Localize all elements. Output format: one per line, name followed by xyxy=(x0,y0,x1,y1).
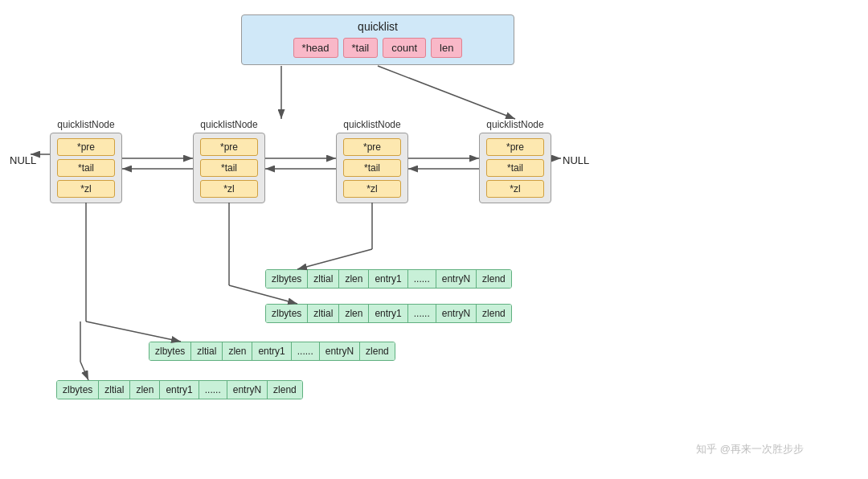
node-4-zl: *zl xyxy=(486,180,544,198)
node-1-pre: *pre xyxy=(57,138,115,156)
node-4: quicklistNode *pre *tail *zl xyxy=(479,119,551,203)
zl3-zltial: zltial xyxy=(191,342,223,360)
zl4-dots: ...... xyxy=(199,381,227,399)
node-4-pre: *pre xyxy=(486,138,544,156)
zl1-zlbytes: zlbytes xyxy=(266,270,308,288)
svg-line-17 xyxy=(86,321,181,342)
zl2-zlen: zlen xyxy=(339,305,369,322)
zl4-zlend: zlend xyxy=(268,381,302,399)
zl4-zlen: zlen xyxy=(130,381,160,399)
null-left: NULL xyxy=(10,154,36,166)
watermark: 知乎 @再来一次胜步步 xyxy=(696,442,804,456)
field-tail: *tail xyxy=(343,38,379,58)
svg-line-19 xyxy=(80,362,88,380)
zl4-zltial: zltial xyxy=(99,381,130,399)
node-3-tail: *tail xyxy=(343,159,401,177)
zl4-entryN: entryN xyxy=(227,381,268,399)
node-4-tail: *tail xyxy=(486,159,544,177)
field-count: count xyxy=(383,38,426,58)
node-3-box: *pre *tail *zl xyxy=(336,133,408,203)
node-3-zl: *zl xyxy=(343,180,401,198)
node-2-zl: *zl xyxy=(200,180,258,198)
zl1-entry1: entry1 xyxy=(369,270,407,288)
zl1-zlen: zlen xyxy=(339,270,369,288)
node-2-box: *pre *tail *zl xyxy=(193,133,265,203)
zl1-zlend: zlend xyxy=(477,270,511,288)
node-3-pre: *pre xyxy=(343,138,401,156)
zl3-zlend: zlend xyxy=(360,342,395,360)
zl1-entryN: entryN xyxy=(436,270,477,288)
svg-line-3 xyxy=(378,66,515,119)
node-2-tail: *tail xyxy=(200,159,258,177)
zl4-zlbytes: zlbytes xyxy=(57,381,99,399)
ziplist-1: zlbytes zltial zlen entry1 ...... entryN… xyxy=(265,269,512,289)
ziplist-2: zlbytes zltial zlen entry1 ...... entryN… xyxy=(265,304,512,323)
zl3-entryN: entryN xyxy=(320,342,360,360)
node-4-label: quicklistNode xyxy=(486,119,543,130)
ziplist-3: zlbytes zltial zlen entry1 ...... entryN… xyxy=(149,342,395,361)
zl2-entry1: entry1 xyxy=(369,305,407,322)
node-1-zl: *zl xyxy=(57,180,115,198)
node-4-box: *pre *tail *zl xyxy=(479,133,551,203)
zl3-zlen: zlen xyxy=(223,342,252,360)
zl3-dots: ...... xyxy=(292,342,320,360)
node-2: quicklistNode *pre *tail *zl xyxy=(193,119,265,203)
node-1: quicklistNode *pre *tail *zl xyxy=(50,119,122,203)
quicklist-title: quicklist xyxy=(250,20,506,33)
null-right: NULL xyxy=(563,154,589,166)
quicklist-box: quicklist *head *tail count len xyxy=(241,14,514,65)
node-1-tail: *tail xyxy=(57,159,115,177)
arrows-svg xyxy=(0,0,868,479)
node-2-pre: *pre xyxy=(200,138,258,156)
node-2-label: quicklistNode xyxy=(200,119,257,130)
ziplist-4: zlbytes zltial zlen entry1 ...... entryN… xyxy=(56,380,303,399)
quicklist-fields: *head *tail count len xyxy=(250,38,506,58)
svg-line-13 xyxy=(297,249,372,269)
node-1-box: *pre *tail *zl xyxy=(50,133,122,203)
zl1-zltial: zltial xyxy=(308,270,339,288)
zl3-zlbytes: zlbytes xyxy=(149,342,191,360)
zl2-entryN: entryN xyxy=(436,305,477,322)
field-head: *head xyxy=(293,38,338,58)
zl2-zltial: zltial xyxy=(308,305,339,322)
node-3: quicklistNode *pre *tail *zl xyxy=(336,119,408,203)
node-1-label: quicklistNode xyxy=(57,119,114,130)
field-len: len xyxy=(431,38,462,58)
diagram: quicklist *head *tail count len quicklis… xyxy=(0,0,868,479)
node-3-label: quicklistNode xyxy=(343,119,400,130)
zl2-zlbytes: zlbytes xyxy=(266,305,308,322)
zl2-zlend: zlend xyxy=(477,305,511,322)
zl4-entry1: entry1 xyxy=(160,381,199,399)
zl2-dots: ...... xyxy=(408,305,436,322)
zl1-dots: ...... xyxy=(408,270,436,288)
zl3-entry1: entry1 xyxy=(252,342,291,360)
